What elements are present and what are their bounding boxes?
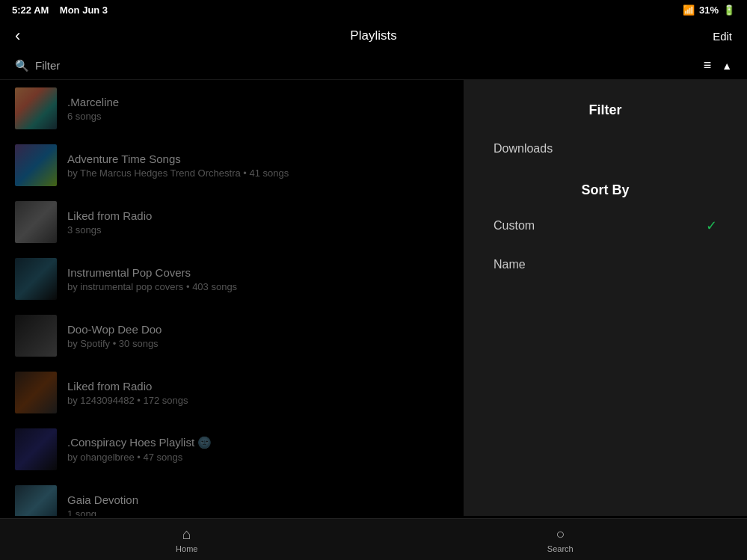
playlist-subtitle: by Spotify • 30 songs xyxy=(67,338,449,349)
playlist-subtitle: by 1243094482 • 172 songs xyxy=(67,395,449,406)
playlist-list: .Marceline6 songsAdventure Time Songsby … xyxy=(0,80,464,516)
sort-name-option[interactable]: Name xyxy=(464,246,747,283)
header: ‹ Playlists Edit xyxy=(0,20,747,52)
nav-search[interactable]: ○ Search xyxy=(374,526,748,553)
playlist-name: Adventure Time Songs xyxy=(67,153,449,165)
list-item[interactable]: Liked from Radio3 songs xyxy=(0,194,464,250)
playlist-subtitle: by instrumental pop covers • 403 songs xyxy=(67,281,449,292)
playlist-subtitle: 3 songs xyxy=(67,224,449,236)
search-nav-icon: ○ xyxy=(556,526,565,543)
playlist-thumbnail xyxy=(15,315,57,357)
home-icon: ⌂ xyxy=(182,526,191,543)
status-time: 5:22 AM xyxy=(12,4,49,16)
playlist-thumbnail xyxy=(15,87,57,129)
playlist-name: Gaia Devotion xyxy=(67,493,449,506)
playlist-name: Doo-Wop Dee Doo xyxy=(67,323,449,336)
playlist-thumbnail xyxy=(15,144,57,186)
playlist-info: Gaia Devotion1 song xyxy=(67,493,449,517)
sort-arrow-icon[interactable]: ▲ xyxy=(722,60,732,72)
filter-search-area[interactable]: 🔍 Filter xyxy=(15,59,60,73)
sort-custom-option[interactable]: Custom ✓ xyxy=(464,206,747,246)
nav-home-label: Home xyxy=(176,544,197,553)
filter-bar: 🔍 Filter ≡ ▲ xyxy=(0,52,747,80)
playlist-info: Instrumental Pop Coversby instrumental p… xyxy=(67,266,449,292)
wifi-icon: 📶 xyxy=(683,4,695,16)
battery-icon: 🔋 xyxy=(723,4,735,16)
search-icon: 🔍 xyxy=(15,59,29,73)
nav-home[interactable]: ⌂ Home xyxy=(0,526,374,553)
status-date: Mon Jun 3 xyxy=(60,4,108,16)
list-item[interactable]: Instrumental Pop Coversby instrumental p… xyxy=(0,250,464,307)
edit-button[interactable]: Edit xyxy=(713,30,732,43)
playlist-thumbnail xyxy=(15,485,57,516)
playlist-info: .Marceline6 songs xyxy=(67,96,449,122)
playlist-name: Liked from Radio xyxy=(67,209,449,222)
playlist-name: Liked from Radio xyxy=(67,380,449,393)
main-layout: .Marceline6 songsAdventure Time Songsby … xyxy=(0,80,747,516)
sort-custom-check: ✓ xyxy=(706,218,717,234)
list-item[interactable]: .Conspiracy Hoes Playlist 🌚by ohangelbre… xyxy=(0,421,464,478)
back-button[interactable]: ‹ xyxy=(15,26,20,46)
list-item[interactable]: .Marceline6 songs xyxy=(0,80,464,137)
page-title: Playlists xyxy=(350,28,396,43)
list-item[interactable]: Gaia Devotion1 song xyxy=(0,478,464,516)
status-bar: 5:22 AM Mon Jun 3 📶 31% 🔋 xyxy=(0,0,747,20)
list-item[interactable]: Adventure Time Songsby The Marcus Hedges… xyxy=(0,137,464,194)
playlist-thumbnail xyxy=(15,201,57,243)
downloads-label: Downloads xyxy=(494,142,553,156)
playlist-thumbnail xyxy=(15,258,57,300)
list-item[interactable]: Liked from Radioby 1243094482 • 172 song… xyxy=(0,364,464,421)
status-time-date: 5:22 AM Mon Jun 3 xyxy=(12,4,108,16)
playlist-info: Liked from Radio3 songs xyxy=(67,209,449,236)
playlist-subtitle: 6 songs xyxy=(67,111,449,122)
list-item[interactable]: Doo-Wop Dee Dooby Spotify • 30 songs xyxy=(0,307,464,364)
playlist-subtitle: by ohangelbree • 47 songs xyxy=(67,452,449,463)
playlist-thumbnail xyxy=(15,372,57,413)
playlist-info: Doo-Wop Dee Dooby Spotify • 30 songs xyxy=(67,323,449,349)
playlist-info: Liked from Radioby 1243094482 • 172 song… xyxy=(67,380,449,406)
playlist-subtitle: by The Marcus Hedges Trend Orchestra • 4… xyxy=(67,167,449,179)
playlist-thumbnail xyxy=(15,428,57,470)
nav-search-label: Search xyxy=(547,544,574,553)
filter-panel-title: Filter xyxy=(464,95,747,130)
playlist-info: .Conspiracy Hoes Playlist 🌚by ohangelbre… xyxy=(67,436,449,463)
playlist-subtitle: 1 song xyxy=(67,508,449,517)
filter-label: Filter xyxy=(35,59,60,72)
playlist-info: Adventure Time Songsby The Marcus Hedges… xyxy=(67,153,449,179)
playlist-name: .Conspiracy Hoes Playlist 🌚 xyxy=(67,436,449,449)
bottom-nav: ⌂ Home ○ Search xyxy=(0,518,747,560)
battery-label: 31% xyxy=(699,4,719,16)
downloads-filter-option[interactable]: Downloads xyxy=(464,130,747,167)
status-right: 📶 31% 🔋 xyxy=(683,4,735,16)
menu-icon[interactable]: ≡ xyxy=(704,58,712,73)
sort-custom-label: Custom xyxy=(494,219,535,233)
playlist-name: Instrumental Pop Covers xyxy=(67,266,449,279)
sort-name-label: Name xyxy=(494,258,526,271)
playlist-name: .Marceline xyxy=(67,96,449,108)
sort-by-title: Sort By xyxy=(464,167,747,206)
filter-panel: Filter Downloads Sort By Custom ✓ Name xyxy=(464,80,747,516)
